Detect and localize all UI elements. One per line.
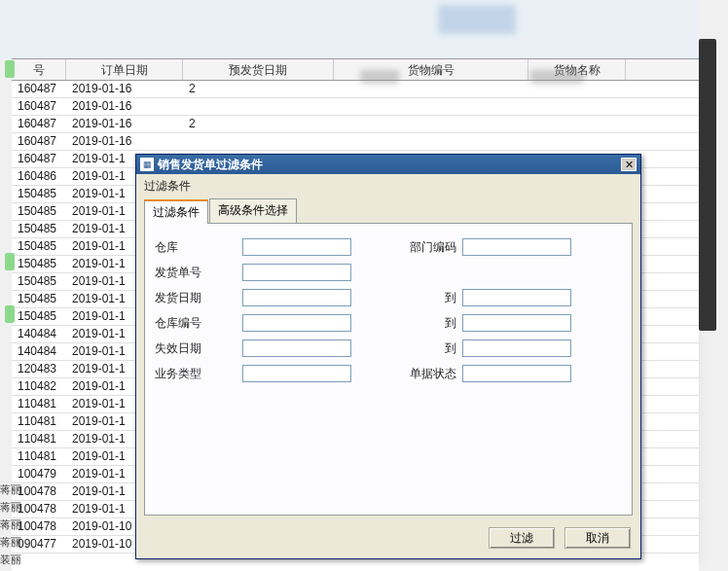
- cell: 100479: [12, 466, 66, 482]
- scrollbar-strip[interactable]: [699, 39, 716, 331]
- row-marker: [5, 253, 15, 270]
- cell: 150485: [12, 238, 66, 255]
- tab-advanced[interactable]: 高级条件选择: [209, 198, 297, 223]
- form-row: 发货单号: [155, 263, 622, 282]
- table-row[interactable]: 1604872019-01-16: [12, 133, 699, 151]
- cell: 120483: [12, 361, 66, 377]
- col-header-orderdate[interactable]: 订单日期: [66, 59, 183, 80]
- side-label: 蒋丽: [0, 535, 21, 553]
- cell: 2019-01-16: [66, 133, 183, 150]
- row-marker: [5, 60, 15, 78]
- field-input-5[interactable]: [242, 365, 351, 382]
- cell: 160487: [12, 116, 66, 132]
- cell: [528, 98, 626, 115]
- form-row: 发货日期到: [155, 288, 622, 307]
- cell: [183, 133, 334, 150]
- field-input-4[interactable]: [242, 339, 351, 357]
- cell: 140484: [12, 343, 66, 360]
- form-row: 失效日期到: [155, 339, 622, 358]
- filter-dialog: ▦ 销售发货单过滤条件 ✕ 过滤条件 过滤条件 高级条件选择 仓库部门编码发货单…: [135, 154, 641, 559]
- field-label: 发货日期: [155, 290, 242, 306]
- cell: 150485: [12, 291, 66, 307]
- field-label: 仓库编号: [155, 315, 242, 332]
- field-label: 失效日期: [155, 340, 242, 357]
- cell: 150485: [12, 308, 66, 325]
- cell: 2: [183, 116, 334, 132]
- cell: 160487: [12, 81, 66, 97]
- form-row: 仓库编号到: [155, 313, 622, 333]
- side-label: 蒋丽: [0, 517, 21, 535]
- form-area: 仓库部门编码发货单号发货日期到仓库编号到失效日期到业务类型单据状态: [144, 224, 633, 516]
- cell: 140484: [12, 326, 66, 342]
- field-label-right: 到: [400, 315, 462, 332]
- cell: [528, 116, 626, 132]
- field-input-right-3[interactable]: [462, 314, 571, 332]
- field-input-1[interactable]: [242, 264, 351, 281]
- table-row[interactable]: 1604872019-01-16: [12, 98, 699, 116]
- col-header-id[interactable]: 号: [12, 59, 66, 80]
- filter-button[interactable]: 过滤: [489, 527, 555, 549]
- cell: [528, 133, 626, 150]
- toolbar-area: [0, 0, 699, 58]
- cell: 2: [183, 81, 334, 97]
- cell: 2019-01-16: [66, 116, 183, 132]
- cell: 2019-01-16: [66, 81, 183, 97]
- cancel-button[interactable]: 取消: [564, 527, 631, 549]
- side-label: 蒋丽: [0, 482, 21, 500]
- cell: [334, 133, 528, 150]
- field-input-right-0[interactable]: [462, 238, 571, 256]
- cell: 160487: [12, 133, 66, 150]
- form-row: 仓库部门编码: [155, 237, 622, 257]
- cell: [334, 98, 528, 115]
- cell: 160487: [12, 151, 66, 167]
- dialog-icon: ▦: [140, 158, 154, 171]
- grid-header-row: 号 订单日期 预发货日期 货物编号 货物名称: [12, 59, 699, 81]
- cell: 150485: [12, 186, 66, 202]
- close-icon[interactable]: ✕: [621, 158, 637, 171]
- cell: 110482: [12, 378, 66, 395]
- table-row[interactable]: 1604872019-01-162: [12, 81, 699, 98]
- field-label: 发货单号: [155, 265, 242, 281]
- cell: 110481: [12, 396, 66, 412]
- cell: [183, 98, 334, 115]
- cell: 110481: [12, 413, 66, 430]
- cell: 150485: [12, 256, 66, 272]
- group-label: 过滤条件: [136, 174, 640, 196]
- field-label: 业务类型: [155, 366, 242, 382]
- smudge: [530, 70, 584, 84]
- cell: 150485: [12, 203, 66, 220]
- form-row: 业务类型单据状态: [155, 364, 622, 383]
- col-header-shipdate[interactable]: 预发货日期: [183, 59, 334, 80]
- cell: 150485: [12, 273, 66, 290]
- tab-filter[interactable]: 过滤条件: [144, 199, 208, 224]
- cell: 160486: [12, 168, 66, 185]
- cell: 160487: [12, 98, 66, 115]
- blur-decoration: [438, 5, 516, 34]
- field-input-3[interactable]: [242, 314, 351, 332]
- field-input-right-5[interactable]: [462, 365, 571, 382]
- dialog-buttons: 过滤 取消: [136, 523, 640, 558]
- field-input-right-4[interactable]: [462, 339, 571, 357]
- side-label: 装丽: [0, 553, 21, 570]
- field-label-right: 单据状态: [400, 366, 462, 382]
- dialog-titlebar[interactable]: ▦ 销售发货单过滤条件 ✕: [136, 155, 640, 174]
- cell: 2019-01-16: [66, 98, 183, 115]
- cell: 110481: [12, 448, 66, 465]
- field-input-right-2[interactable]: [462, 289, 571, 306]
- field-label-right: 到: [400, 290, 462, 306]
- dialog-title: 销售发货单过滤条件: [158, 157, 621, 173]
- row-marker: [5, 305, 15, 323]
- cell: 110481: [12, 431, 66, 447]
- field-label-right: 部门编码: [400, 239, 462, 256]
- side-label: 蒋丽: [0, 500, 21, 517]
- field-label-right: 到: [400, 340, 462, 357]
- smudge: [360, 70, 399, 84]
- field-label: 仓库: [155, 239, 242, 256]
- field-input-0[interactable]: [242, 238, 351, 256]
- tab-strip: 过滤条件 高级条件选择: [144, 198, 633, 224]
- field-input-2[interactable]: [242, 289, 351, 306]
- cell: 150485: [12, 221, 66, 237]
- table-row[interactable]: 1604872019-01-162: [12, 116, 699, 133]
- cell: [334, 116, 528, 132]
